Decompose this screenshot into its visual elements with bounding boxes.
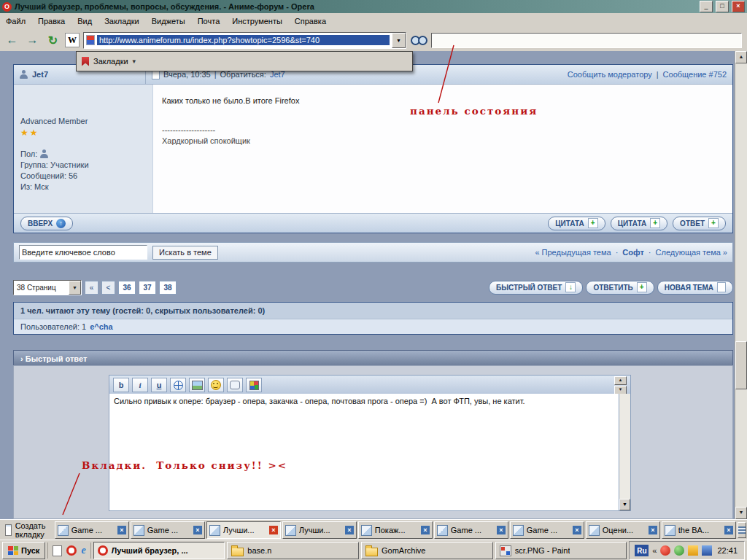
quicklaunch-desktop-icon[interactable] — [53, 545, 62, 556]
prev-topic-link[interactable]: « Предыдущая тема — [535, 248, 611, 257]
tray-app-icon-3[interactable] — [688, 545, 698, 556]
taskbar-task-gomarchive[interactable]: GomArchive — [361, 542, 493, 559]
dropdown-icon[interactable]: ▼ — [69, 281, 81, 295]
language-indicator[interactable]: Ru — [635, 545, 649, 556]
tab-close-icon[interactable]: × — [269, 526, 278, 534]
menu-mail[interactable]: Почта — [198, 17, 220, 26]
menu-help[interactable]: Справка — [295, 17, 326, 26]
expand-textarea-button[interactable]: ▲ — [614, 376, 627, 385]
new-tab-button[interactable]: Создать вкладку — [1, 522, 53, 538]
page-36-button[interactable]: 36 — [118, 281, 136, 295]
tab-close-icon[interactable]: × — [345, 526, 354, 534]
opera-app-icon[interactable]: O — [2, 2, 12, 12]
scroll-down-icon[interactable]: ▼ — [619, 499, 630, 510]
fast-reply-button[interactable]: БЫСТРЫЙ ОТВЕТ ↓ — [489, 281, 583, 295]
bookmarks-dropdown[interactable]: Закладки ▾ — [76, 51, 413, 71]
reply-post-button[interactable]: ОТВЕТ + — [673, 217, 726, 230]
tab-the-ba[interactable]: the BA... × — [662, 521, 736, 539]
pages-select[interactable]: 38 Страниц ▼ — [13, 280, 82, 295]
new-topic-button[interactable]: НОВАЯ ТЕМА — [657, 281, 733, 295]
first-page-button[interactable]: « — [85, 281, 98, 295]
minimize-button[interactable]: _ — [700, 1, 713, 12]
link-icon — [174, 381, 183, 390]
forum-section-link[interactable]: Софт — [622, 248, 644, 257]
topic-search-button[interactable]: Искать в теме — [152, 246, 218, 260]
quicklaunch-ie-icon[interactable]: e — [81, 545, 85, 556]
quote-button-1[interactable]: ЦИТАТА + — [548, 217, 605, 230]
tab-game-2[interactable]: Game ... × — [131, 521, 205, 539]
insert-image-button[interactable] — [189, 378, 205, 392]
address-dropdown-button[interactable]: ▼ — [392, 33, 406, 48]
tab-list-button[interactable] — [738, 522, 746, 538]
insert-quote-button[interactable] — [227, 378, 243, 392]
menu-tools[interactable]: Инструменты — [232, 17, 282, 26]
post-author-link[interactable]: Jet7 — [32, 70, 48, 79]
scroll-top-button[interactable]: ВВЕРХ ↑ — [20, 217, 73, 230]
page-viewport: Jet7 Вчера, 10:35 | Обратиться: Jet7 Соо… — [0, 51, 747, 519]
tray-app-icon-1[interactable] — [660, 545, 670, 556]
wikipedia-button[interactable]: W — [65, 33, 80, 47]
menu-file[interactable]: Файл — [6, 17, 26, 26]
back-button[interactable]: ← — [4, 32, 20, 49]
taskbar-task-base-n[interactable]: base.n — [227, 542, 359, 559]
menu-edit[interactable]: Правка — [38, 17, 65, 26]
start-button[interactable]: Пуск — [2, 542, 45, 559]
page-scrollbar[interactable]: ▲ ▼ — [735, 51, 747, 519]
post-number-link[interactable]: Сообщение #752 — [663, 70, 727, 79]
tray-app-icon-4[interactable] — [702, 545, 712, 556]
tab-close-icon[interactable]: × — [573, 526, 581, 534]
quicklaunch-opera-icon[interactable] — [66, 545, 77, 556]
tab-close-icon[interactable]: × — [117, 526, 126, 534]
reader-user-link[interactable]: e^cha — [90, 322, 113, 331]
page-37-button[interactable]: 37 — [139, 281, 156, 295]
report-moderator-link[interactable]: Сообщить модератору — [568, 70, 652, 79]
window-titlebar[interactable]: O Лучший браузер, проблемы, вопросы, обс… — [0, 0, 747, 14]
editor-area: Сильно привык к опере: браузер - опера, … — [109, 394, 631, 511]
menu-widgets[interactable]: Виджеты — [152, 17, 185, 26]
close-button[interactable]: × — [732, 1, 745, 12]
tab-game-4[interactable]: Game ... × — [510, 521, 584, 539]
shrink-textarea-button[interactable]: ▼ — [614, 386, 627, 394]
page-38-button[interactable]: 38 — [159, 281, 177, 295]
quote-button-2[interactable]: ЦИТАТА + — [611, 217, 667, 230]
tab-game-1[interactable]: Game ... × — [55, 521, 129, 539]
next-topic-link[interactable]: Следующая тема » — [656, 248, 727, 257]
scroll-down-icon[interactable]: ▼ — [735, 507, 747, 519]
tray-app-icon-2[interactable] — [674, 545, 684, 556]
scroll-up-icon[interactable]: ▲ — [735, 51, 747, 63]
insert-link-button[interactable] — [170, 378, 186, 392]
italic-button[interactable]: i — [132, 378, 148, 392]
topic-search-input[interactable] — [19, 245, 147, 260]
prev-page-button[interactable]: < — [101, 281, 115, 295]
reply-topic-button[interactable]: ОТВЕТИТЬ + — [586, 281, 654, 295]
address-bar[interactable]: http://www.animeforum.ru/index.php?showt… — [83, 32, 406, 49]
menu-view[interactable]: Вид — [77, 17, 92, 26]
tab-current[interactable]: Лучши... × — [206, 521, 281, 539]
maximize-button[interactable]: □ — [716, 1, 729, 12]
quick-reply-textarea[interactable]: Сильно привык к опере: браузер - опера, … — [109, 394, 619, 511]
insert-code-button[interactable] — [246, 378, 262, 392]
taskbar-task-paint[interactable]: scr.PNG - Paint — [495, 542, 627, 559]
tab-pokazh[interactable]: Покаж... × — [358, 521, 433, 539]
find-icon[interactable] — [410, 34, 427, 47]
fast-reply-label: БЫСТРЫЙ ОТВЕТ — [496, 284, 562, 292]
reload-button[interactable]: ↻ — [44, 32, 61, 49]
tab-oceni[interactable]: Оцени... × — [586, 521, 660, 539]
taskbar-task-opera[interactable]: Лучший браузер, ... — [93, 542, 225, 559]
tab-game-3[interactable]: Game ... × — [434, 521, 508, 539]
textarea-scrollbar[interactable]: ▼ — [619, 394, 631, 511]
tab-close-icon[interactable]: × — [497, 526, 506, 534]
bold-button[interactable]: b — [113, 378, 129, 392]
forward-button[interactable]: → — [24, 32, 41, 49]
tab-close-icon[interactable]: × — [724, 526, 733, 534]
tab-luchshi-2[interactable]: Лучши... × — [282, 521, 357, 539]
tab-close-icon[interactable]: × — [649, 526, 657, 534]
quick-reply-editor: b i u ▲ ▼ Сильно привык к опере: браузер… — [109, 375, 631, 511]
tab-close-icon[interactable]: × — [193, 526, 202, 534]
tray-overflow-button[interactable]: « — [652, 546, 657, 555]
tab-close-icon[interactable]: × — [421, 526, 430, 534]
menu-bookmarks[interactable]: Закладки — [104, 17, 139, 26]
scrollbar-thumb[interactable] — [735, 341, 747, 389]
underline-button[interactable]: u — [151, 378, 167, 392]
insert-smiley-button[interactable] — [208, 378, 224, 392]
